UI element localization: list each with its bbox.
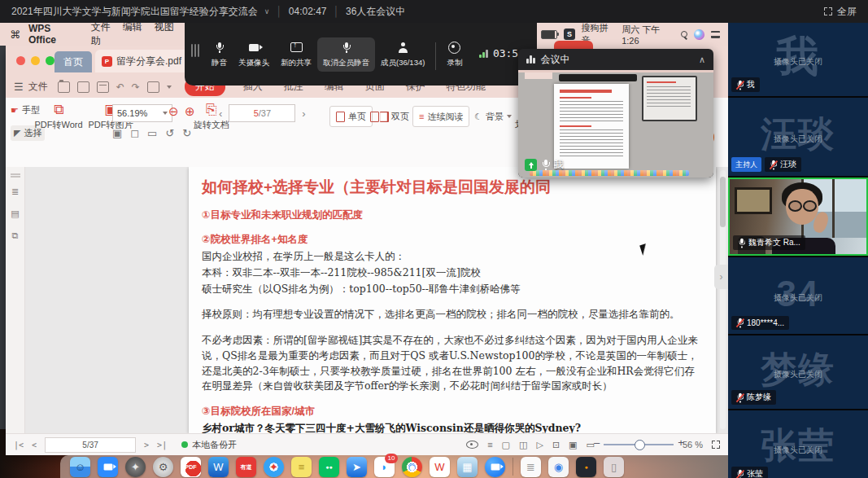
previous-page-icon[interactable]: ‹ (219, 107, 222, 120)
dock-chrome-icon[interactable]: ◉ (402, 457, 422, 477)
meeting-members-button[interactable]: 成员(36/134) (375, 37, 430, 72)
print-icon[interactable] (97, 81, 109, 93)
document-view[interactable]: 如何择校+选择专业（主要针对目标是回国发展的同①目标专业和未来职业规划的匹配度②… (24, 167, 728, 433)
redo-icon[interactable]: ↷ (132, 81, 140, 93)
dock-settings-icon[interactable]: ⚙ (153, 457, 173, 477)
meeting-share-button[interactable]: 新的共享 (275, 37, 317, 72)
save-icon[interactable] (77, 81, 89, 93)
active-app-name[interactable]: WPS Office (28, 23, 80, 46)
first-page-button[interactable]: |< (14, 441, 24, 449)
outline-panel-icon[interactable]: ≣ (6, 186, 24, 197)
collapse-chevron-icon[interactable]: ∧ (699, 55, 705, 65)
menubar-clock[interactable]: 周六 下午1:26 (622, 24, 674, 46)
meeting-preview-window[interactable]: 会议中 ∧ 我 (518, 49, 713, 178)
dock-stickies-icon[interactable]: ≡ (291, 457, 312, 477)
dock-trash-icon[interactable]: ▯ (604, 457, 624, 477)
mic-muted-icon (736, 469, 743, 478)
dock-wps-icon[interactable]: W (430, 457, 450, 477)
zoom-out-icon[interactable]: ⊖ (168, 104, 179, 119)
minimize-window-button[interactable] (31, 56, 40, 65)
dock-safari-icon[interactable]: ✦ (264, 457, 284, 477)
fit-page-icon2[interactable]: ▣ (569, 440, 577, 450)
close-window-button[interactable] (16, 56, 25, 65)
tab-home[interactable]: 首页 (55, 51, 92, 72)
continuous-read-button[interactable]: ≡连续阅读 (412, 106, 469, 127)
chevron-down-icon[interactable]: ∨ (264, 7, 270, 15)
meeting-record-button[interactable]: 录制 (441, 37, 468, 72)
next-page-icon[interactable]: › (302, 107, 305, 120)
next-page-button[interactable]: > (144, 441, 149, 449)
zoom-slider[interactable] (604, 444, 674, 445)
dock-html-file-icon[interactable]: ◉ (548, 457, 569, 477)
input-method-icon[interactable]: S (564, 29, 574, 40)
actual-size-icon[interactable]: ⊡ (552, 440, 560, 450)
double-mode-icon[interactable]: ◫ (519, 440, 527, 450)
dock-paper-plane-icon[interactable]: ➤ (347, 457, 367, 477)
zoom-window-button[interactable] (46, 56, 55, 65)
meeting-button-label: 成员(36/134) (381, 58, 425, 68)
single-mode-icon[interactable]: ▢ (502, 440, 510, 450)
meeting-unmute-button[interactable]: 取消全员静音 (317, 37, 375, 72)
slideshow-icon[interactable]: ▷ (536, 440, 543, 450)
file-menu[interactable]: 文件 (28, 80, 48, 94)
prev-page-button[interactable]: < (32, 441, 37, 449)
participant-tile[interactable]: 汪琰摄像头已关闭主持人汪琰 (728, 98, 868, 176)
menubar-menu-编辑[interactable]: 编辑 (123, 23, 142, 33)
quickbar-dropdown-icon[interactable] (167, 86, 172, 89)
apple-menu-icon[interactable]: ⌘ (10, 29, 20, 41)
participant-tile[interactable]: 梦缘摄像头已关闭陈梦缘 (728, 335, 868, 409)
dock-preview-icon[interactable]: ▦ (457, 457, 478, 477)
spotlight-search-icon[interactable] (681, 31, 688, 38)
dock-youdao-icon[interactable]: 有道 (236, 457, 256, 477)
zoom-value-select[interactable]: 56.19% (112, 104, 172, 122)
dock-zoom-icon[interactable] (98, 457, 118, 477)
my-mic-icon[interactable] (542, 160, 549, 170)
undo-icon[interactable]: ↶ (116, 81, 124, 93)
pdf-to-word-button[interactable]: ⧉ PDF转Word (33, 103, 85, 131)
status-page-indicator[interactable]: 5/37 (45, 437, 136, 453)
participant-tile[interactable]: 张莹摄像头已关闭张莹 (728, 410, 868, 478)
annotation-panel-icon[interactable]: ⧉ (6, 230, 24, 241)
participant-tile[interactable]: 我摄像头已关闭我 (728, 23, 868, 96)
dock-tencent-meeting-icon[interactable] (485, 457, 505, 477)
page-number-input[interactable]: 5/37 (229, 104, 295, 122)
dock-dingtalk-icon[interactable]: ◗10 (374, 457, 395, 477)
last-page-button[interactable]: >| (157, 441, 167, 449)
fit-width-icon[interactable]: ▭ (147, 127, 157, 139)
panel-drag-handle[interactable] (11, 173, 20, 175)
eye-protect-icon[interactable] (466, 441, 478, 449)
background-button[interactable]: ☾背景 (468, 106, 518, 127)
dock-dark-app-icon[interactable]: ● (576, 457, 596, 477)
fit-page-icon[interactable]: ◻ (130, 127, 139, 139)
hamburger-menu-icon[interactable]: ☰ (14, 81, 24, 93)
dock-doc-file-icon[interactable]: ≣ (521, 457, 541, 477)
preview-window-header[interactable]: 会议中 ∧ (518, 49, 713, 70)
paste-icon[interactable] (147, 81, 159, 93)
expand-panel-button[interactable]: › (714, 265, 728, 289)
meeting-mic-button[interactable]: 静音 (206, 37, 233, 72)
fullscreen-button[interactable]: 全屏 (824, 5, 868, 19)
dock-wechat-icon[interactable]: ●● (319, 457, 339, 477)
control-center-icon[interactable] (711, 31, 720, 38)
siri-icon[interactable] (694, 29, 704, 40)
dock-word-icon[interactable]: W (208, 457, 229, 477)
thumbnail-panel-icon[interactable]: ▤ (6, 208, 24, 219)
dock-finder-icon[interactable]: ☺ (70, 457, 90, 477)
dock-pdf-expert-icon[interactable]: PDF (181, 457, 201, 477)
toolbar-drag-handle[interactable] (191, 44, 199, 57)
zoom-slider-knob[interactable] (635, 440, 645, 450)
dock-launchpad-icon[interactable]: ✦ (125, 457, 146, 477)
menubar-menu-文件[interactable]: 文件 (91, 23, 111, 33)
fit-actual-icon[interactable]: ▣ (112, 127, 122, 139)
menubar-menu-视图[interactable]: 视图 (155, 23, 174, 33)
vertical-scrollbar[interactable] (720, 170, 726, 429)
participant-tile[interactable]: 34摄像头已关闭180****4... (728, 257, 868, 334)
fullscreen-doc-icon[interactable] (712, 441, 720, 449)
continuous-mode-icon[interactable]: ≡ (487, 440, 492, 449)
local-backup-status[interactable]: 本地备份开 (181, 439, 237, 451)
meeting-cam-button[interactable]: 关摄像头 (233, 37, 275, 72)
scrollbar-thumb[interactable] (720, 177, 726, 227)
open-file-icon[interactable] (58, 81, 70, 93)
participant-tile[interactable]: 魏青希文 Ra... (728, 178, 868, 256)
rotate-left-icon[interactable]: ↺ (165, 127, 174, 139)
